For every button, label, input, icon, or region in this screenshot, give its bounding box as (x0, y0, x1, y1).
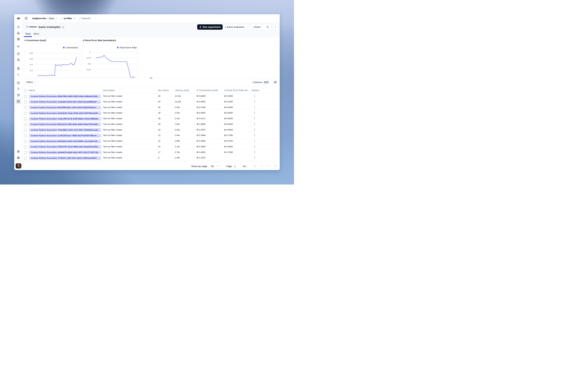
svg-text:Correctness: Correctness (66, 46, 78, 49)
svg-text:Parse Error Rate: Parse Error Rate (120, 46, 137, 49)
